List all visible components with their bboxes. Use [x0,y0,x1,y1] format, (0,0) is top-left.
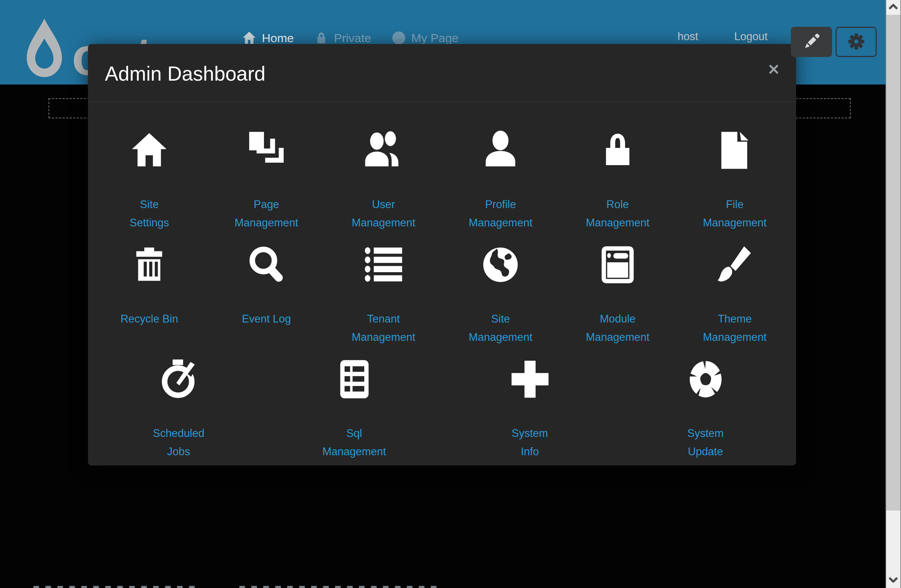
tile-theme-management[interactable]: ThemeManagement [676,232,793,346]
nav-item-home[interactable]: Home [242,31,294,45]
nav-item-my-page[interactable]: My Page [392,31,458,45]
tile-label-line: Management [586,328,650,346]
clipped-bottom-text-fragment [239,586,442,588]
tile-label-line: File [703,195,767,214]
tile-module-management[interactable]: ModuleManagement [559,232,677,346]
tile-label-line: User [352,195,415,214]
tile-site-management[interactable]: SiteManagement [442,232,559,346]
tile-page-management[interactable]: PageManagement [208,118,325,232]
close-icon[interactable]: ✕ [768,62,780,77]
tile-label-line: Management [586,214,650,232]
tile-label-line: Role [586,195,650,214]
tile-label: Recycle Bin [120,310,178,328]
tile-label: ProfileManagement [469,195,533,232]
tile-system-update[interactable]: SystemUpdate [618,346,793,461]
tile-label-line: Recycle Bin [120,310,178,328]
timer-icon [159,346,198,412]
logo-droplet-icon [22,17,67,83]
tile-label-line: Info [512,443,548,461]
tile-label-line: Management [352,328,415,346]
tile-label: SqlManagement [323,424,386,461]
tile-sql-management[interactable]: SqlManagement [267,346,442,461]
tile-label-line: Tenant [352,310,415,328]
tile-row: ScheduledJobsSqlManagementSystemInfoSyst… [91,346,793,461]
tile-system-info[interactable]: SystemInfo [442,346,618,461]
vertical-scrollbar[interactable] [885,0,901,588]
scroll-up-button[interactable] [886,0,900,15]
tile-profile-management[interactable]: ProfileManagement [442,118,559,232]
scrollbar-thumb[interactable] [886,15,900,510]
tile-label: TenantManagement [352,310,415,346]
logged-in-user: host [678,30,698,43]
scroll-down-button[interactable] [886,573,900,588]
tile-label-line: System [512,424,548,443]
tile-row: SiteSettingsPageManagementUserManagement… [91,118,793,232]
nav-item-label: Home [262,31,294,45]
logout-link[interactable]: Logout [734,30,768,43]
nav-item-private[interactable]: Private [314,31,371,45]
trash-icon [129,232,169,297]
tile-recycle-bin[interactable]: Recycle Bin [91,232,208,346]
tile-label: PageManagement [235,195,298,232]
tile-role-management[interactable]: RoleManagement [559,118,677,232]
tile-tenant-management[interactable]: TenantManagement [325,232,442,346]
tile-label-line: Management [469,214,533,232]
tile-site-settings[interactable]: SiteSettings [91,118,208,232]
tile-label-line: Theme [703,310,767,328]
tile-label-line: Sql [323,424,386,443]
tile-label-line: Profile [469,195,533,214]
tile-event-log[interactable]: Event Log [208,232,325,346]
tile-label: SystemUpdate [687,424,723,461]
target-icon [392,31,406,45]
globe-icon [481,232,520,297]
tile-label-line: Module [586,310,650,328]
tile-label-line: Page [235,195,298,214]
admin-dashboard-modal: Admin Dashboard ✕ SiteSettingsPageManage… [88,44,796,465]
chevron-down-icon [889,577,898,584]
oqtane-admin-page: oqtane Home Private [0,0,901,588]
list-icon [364,232,403,297]
lock-icon [598,118,638,183]
tile-scheduled-jobs[interactable]: ScheduledJobs [91,346,267,461]
file-icon [715,118,754,183]
tile-label: SiteSettings [129,195,169,232]
tile-label: Event Log [242,310,291,328]
browser-window-icon [598,232,638,297]
tile-label-line: Management [469,328,533,346]
tile-label: RoleManagement [586,195,650,232]
stacked-pages-icon [247,118,286,183]
tile-label-line: Settings [129,214,169,232]
tile-label-line: System [687,424,723,443]
tile-label-line: Management [703,214,767,232]
tile-user-management[interactable]: UserManagement [325,118,442,232]
paintbrush-icon [715,232,754,297]
tile-label-line: Management [323,443,386,461]
people-icon [364,118,403,183]
admin-tile-grid: SiteSettingsPageManagementUserManagement… [88,102,796,468]
tile-row: Recycle BinEvent LogTenantManagementSite… [91,232,793,346]
tile-label: SiteManagement [469,310,533,346]
lock-icon [314,31,328,45]
tile-file-management[interactable]: FileManagement [676,118,793,232]
spreadsheet-icon [335,346,374,412]
settings-button[interactable] [836,27,877,57]
tile-label: SystemInfo [512,424,548,461]
home-icon [242,31,256,45]
modal-header: Admin Dashboard ✕ [88,44,796,102]
edit-mode-button[interactable] [791,27,832,57]
tile-label-line: Management [703,328,767,346]
tile-label: ScheduledJobs [153,424,204,461]
plus-icon [510,346,550,412]
tile-label-line: Site [129,195,169,214]
tile-label-line: Jobs [153,443,204,461]
tile-label: ThemeManagement [703,310,767,346]
tile-label-line: Update [687,443,723,461]
aperture-icon [686,346,725,412]
tile-label-line: Scheduled [153,424,204,443]
nav-item-label: Private [334,31,371,45]
magnifying-glass-icon [247,232,286,297]
tile-label: FileManagement [703,195,767,232]
pencil-icon [802,32,821,52]
home-icon [129,118,169,183]
tile-label-line: Management [235,214,298,232]
